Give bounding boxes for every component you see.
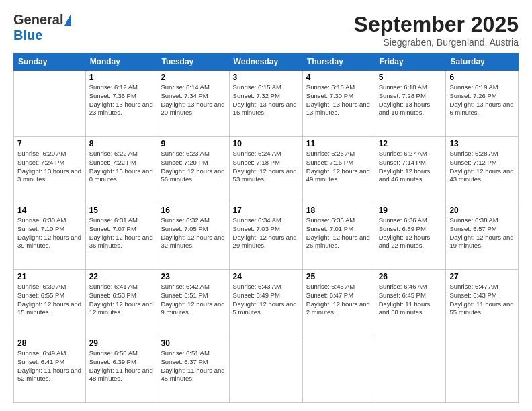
day-number: 2 xyxy=(161,73,225,82)
calendar-day-header: Monday xyxy=(85,54,157,71)
day-info: Sunrise: 6:47 AM Sunset: 6:43 PM Dayligh… xyxy=(449,283,515,317)
day-number: 1 xyxy=(89,73,154,82)
day-info: Sunrise: 6:49 AM Sunset: 6:41 PM Dayligh… xyxy=(17,349,82,383)
calendar-cell: 7Sunrise: 6:20 AM Sunset: 7:24 PM Daylig… xyxy=(14,137,86,203)
calendar-cell xyxy=(446,336,519,403)
day-info: Sunrise: 6:51 AM Sunset: 6:37 PM Dayligh… xyxy=(161,349,225,383)
day-number: 14 xyxy=(17,205,82,215)
calendar-day-header: Sunday xyxy=(14,54,86,71)
calendar-cell: 18Sunrise: 6:35 AM Sunset: 7:01 PM Dayli… xyxy=(302,203,375,270)
day-number: 28 xyxy=(17,338,82,348)
day-number: 10 xyxy=(233,139,299,148)
day-info: Sunrise: 6:16 AM Sunset: 7:30 PM Dayligh… xyxy=(306,83,371,118)
day-number: 19 xyxy=(379,205,443,215)
day-info: Sunrise: 6:20 AM Sunset: 7:24 PM Dayligh… xyxy=(17,150,82,184)
calendar-cell: 17Sunrise: 6:34 AM Sunset: 7:03 PM Dayli… xyxy=(229,203,302,270)
calendar-cell: 6Sunrise: 6:19 AM Sunset: 7:26 PM Daylig… xyxy=(446,71,519,137)
subtitle: Sieggraben, Burgenland, Austria xyxy=(354,37,519,48)
calendar-cell: 11Sunrise: 6:26 AM Sunset: 7:16 PM Dayli… xyxy=(302,137,375,203)
day-number: 27 xyxy=(449,272,515,281)
calendar-day-header: Friday xyxy=(375,54,446,71)
calendar-cell: 28Sunrise: 6:49 AM Sunset: 6:41 PM Dayli… xyxy=(14,336,86,403)
day-number: 18 xyxy=(306,205,371,215)
logo-general-text: General xyxy=(13,12,63,28)
day-number: 11 xyxy=(306,139,371,148)
calendar-week-row: 14Sunrise: 6:30 AM Sunset: 7:10 PM Dayli… xyxy=(14,203,519,270)
day-number: 21 xyxy=(17,272,82,281)
calendar-cell xyxy=(14,71,86,137)
calendar-cell: 25Sunrise: 6:45 AM Sunset: 6:47 PM Dayli… xyxy=(302,270,375,336)
day-number: 24 xyxy=(233,272,299,281)
calendar-cell: 16Sunrise: 6:32 AM Sunset: 7:05 PM Dayli… xyxy=(157,203,229,270)
calendar-cell: 26Sunrise: 6:46 AM Sunset: 6:45 PM Dayli… xyxy=(375,270,446,336)
day-info: Sunrise: 6:15 AM Sunset: 7:32 PM Dayligh… xyxy=(233,83,299,118)
calendar-cell: 10Sunrise: 6:24 AM Sunset: 7:18 PM Dayli… xyxy=(229,137,302,203)
calendar-header-row: SundayMondayTuesdayWednesdayThursdayFrid… xyxy=(14,54,519,71)
day-number: 8 xyxy=(89,139,154,148)
calendar-cell: 20Sunrise: 6:38 AM Sunset: 6:57 PM Dayli… xyxy=(446,203,519,270)
calendar-cell: 22Sunrise: 6:41 AM Sunset: 6:53 PM Dayli… xyxy=(85,270,157,336)
day-info: Sunrise: 6:45 AM Sunset: 6:47 PM Dayligh… xyxy=(306,283,371,317)
day-number: 20 xyxy=(449,205,515,215)
day-info: Sunrise: 6:18 AM Sunset: 7:28 PM Dayligh… xyxy=(379,83,443,118)
calendar-cell: 24Sunrise: 6:43 AM Sunset: 6:49 PM Dayli… xyxy=(229,270,302,336)
calendar-week-row: 21Sunrise: 6:39 AM Sunset: 6:55 PM Dayli… xyxy=(14,270,519,336)
day-number: 5 xyxy=(379,73,443,82)
day-number: 12 xyxy=(379,139,443,148)
calendar-week-row: 1Sunrise: 6:12 AM Sunset: 7:36 PM Daylig… xyxy=(14,71,519,137)
calendar-cell: 4Sunrise: 6:16 AM Sunset: 7:30 PM Daylig… xyxy=(302,71,375,137)
day-info: Sunrise: 6:36 AM Sunset: 6:59 PM Dayligh… xyxy=(379,216,443,250)
day-info: Sunrise: 6:30 AM Sunset: 7:10 PM Dayligh… xyxy=(17,216,82,250)
calendar-cell: 29Sunrise: 6:50 AM Sunset: 6:39 PM Dayli… xyxy=(85,336,157,403)
day-info: Sunrise: 6:38 AM Sunset: 6:57 PM Dayligh… xyxy=(449,216,515,250)
day-number: 23 xyxy=(161,272,225,281)
day-number: 25 xyxy=(306,272,371,281)
day-info: Sunrise: 6:28 AM Sunset: 7:12 PM Dayligh… xyxy=(449,150,515,184)
calendar-cell: 15Sunrise: 6:31 AM Sunset: 7:07 PM Dayli… xyxy=(85,203,157,270)
calendar-week-row: 28Sunrise: 6:49 AM Sunset: 6:41 PM Dayli… xyxy=(14,336,519,403)
day-info: Sunrise: 6:24 AM Sunset: 7:18 PM Dayligh… xyxy=(233,150,299,184)
title-block: September 2025 Sieggraben, Burgenland, A… xyxy=(354,12,519,48)
calendar-cell: 9Sunrise: 6:23 AM Sunset: 7:20 PM Daylig… xyxy=(157,137,229,203)
day-info: Sunrise: 6:39 AM Sunset: 6:55 PM Dayligh… xyxy=(17,283,82,317)
day-info: Sunrise: 6:12 AM Sunset: 7:36 PM Dayligh… xyxy=(89,83,154,118)
calendar-cell xyxy=(229,336,302,403)
calendar-table: SundayMondayTuesdayWednesdayThursdayFrid… xyxy=(13,53,519,403)
calendar-cell xyxy=(302,336,375,403)
day-info: Sunrise: 6:31 AM Sunset: 7:07 PM Dayligh… xyxy=(89,216,154,250)
calendar-day-header: Saturday xyxy=(446,54,519,71)
day-info: Sunrise: 6:26 AM Sunset: 7:16 PM Dayligh… xyxy=(306,150,371,184)
day-info: Sunrise: 6:14 AM Sunset: 7:34 PM Dayligh… xyxy=(161,83,225,118)
calendar-cell: 8Sunrise: 6:22 AM Sunset: 7:22 PM Daylig… xyxy=(85,137,157,203)
calendar-day-header: Tuesday xyxy=(157,54,229,71)
calendar-day-header: Thursday xyxy=(302,54,375,71)
logo-triangle-icon xyxy=(64,13,71,26)
day-number: 30 xyxy=(161,338,225,348)
day-info: Sunrise: 6:43 AM Sunset: 6:49 PM Dayligh… xyxy=(233,283,299,317)
logo-blue-text: Blue xyxy=(13,28,42,43)
day-number: 7 xyxy=(17,139,82,148)
day-info: Sunrise: 6:41 AM Sunset: 6:53 PM Dayligh… xyxy=(89,283,154,317)
calendar-cell: 14Sunrise: 6:30 AM Sunset: 7:10 PM Dayli… xyxy=(14,203,86,270)
day-info: Sunrise: 6:32 AM Sunset: 7:05 PM Dayligh… xyxy=(161,216,225,250)
day-info: Sunrise: 6:42 AM Sunset: 6:51 PM Dayligh… xyxy=(161,283,225,317)
calendar-cell: 19Sunrise: 6:36 AM Sunset: 6:59 PM Dayli… xyxy=(375,203,446,270)
calendar-cell: 27Sunrise: 6:47 AM Sunset: 6:43 PM Dayli… xyxy=(446,270,519,336)
calendar-day-header: Wednesday xyxy=(229,54,302,71)
calendar-cell xyxy=(375,336,446,403)
header: General Blue September 2025 Sieggraben, … xyxy=(13,12,519,48)
day-number: 17 xyxy=(233,205,299,215)
day-info: Sunrise: 6:50 AM Sunset: 6:39 PM Dayligh… xyxy=(89,349,154,383)
day-number: 26 xyxy=(379,272,443,281)
day-info: Sunrise: 6:27 AM Sunset: 7:14 PM Dayligh… xyxy=(379,150,443,184)
day-number: 13 xyxy=(449,139,515,148)
day-number: 29 xyxy=(89,338,154,348)
day-info: Sunrise: 6:35 AM Sunset: 7:01 PM Dayligh… xyxy=(306,216,371,250)
calendar-cell: 2Sunrise: 6:14 AM Sunset: 7:34 PM Daylig… xyxy=(157,71,229,137)
main-title: September 2025 xyxy=(354,12,519,37)
day-info: Sunrise: 6:22 AM Sunset: 7:22 PM Dayligh… xyxy=(89,150,154,184)
calendar-week-row: 7Sunrise: 6:20 AM Sunset: 7:24 PM Daylig… xyxy=(14,137,519,203)
calendar-cell: 21Sunrise: 6:39 AM Sunset: 6:55 PM Dayli… xyxy=(14,270,86,336)
calendar-cell: 12Sunrise: 6:27 AM Sunset: 7:14 PM Dayli… xyxy=(375,137,446,203)
calendar-cell: 5Sunrise: 6:18 AM Sunset: 7:28 PM Daylig… xyxy=(375,71,446,137)
